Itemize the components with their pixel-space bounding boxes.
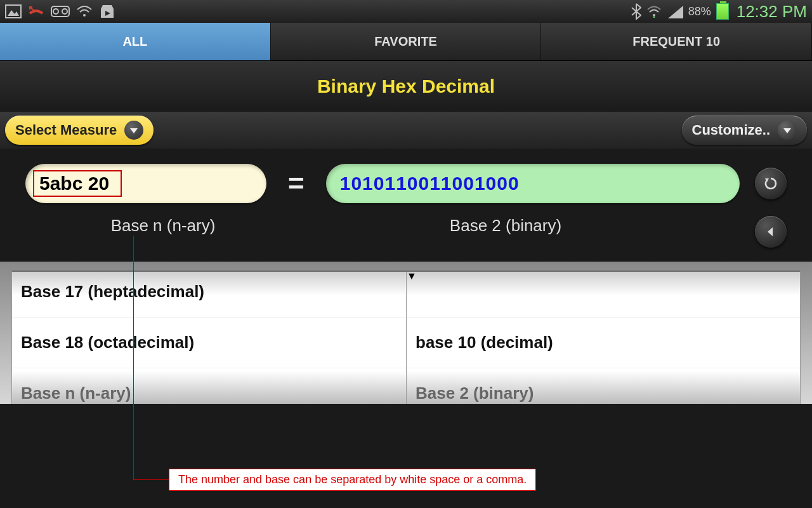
output-base-label: Base 2 (binary) — [301, 216, 755, 248]
back-button[interactable] — [755, 216, 787, 248]
customize-label: Customize.. — [692, 122, 770, 138]
labels-row: Base n (n-ary) Base 2 (binary) — [0, 210, 812, 262]
svg-marker-11 — [668, 6, 683, 18]
conversion-row: 5abc 20 = 1010110011001000 — [0, 149, 812, 210]
list-item[interactable]: base 10 (decimal) — [407, 318, 800, 368]
signal-icon — [667, 4, 683, 18]
list-item[interactable]: Base 18 (octadecimal) — [12, 318, 406, 368]
status-left — [5, 4, 115, 19]
list-item[interactable]: Base 17 (heptadecimal) — [12, 271, 406, 318]
status-right: 88% 12:32 PM — [631, 2, 807, 22]
triangle-down-icon: ▼ — [407, 271, 417, 282]
tab-bar: ALL FAVORITE FREQUENT 10 — [0, 23, 812, 61]
svg-rect-3 — [51, 6, 69, 17]
tab-frequent[interactable]: FREQUENT 10 — [541, 23, 812, 60]
list-item[interactable]: ▼ — [407, 271, 800, 318]
refresh-icon — [764, 177, 778, 190]
picker-right-col[interactable]: ▼ base 10 (decimal) Base 2 (binary) — [406, 272, 800, 404]
callout-leader-vertical — [133, 236, 134, 479]
base-picker-area: Base 17 (heptadecimal) Base 18 (octadeci… — [0, 262, 812, 404]
missed-call-icon — [28, 4, 44, 18]
svg-marker-15 — [768, 227, 773, 236]
wifi-icon — [76, 4, 93, 18]
clock: 12:32 PM — [737, 2, 807, 22]
gallery-icon — [5, 4, 22, 18]
chevron-down-icon — [778, 121, 797, 140]
customize-button[interactable]: Customize.. — [682, 116, 807, 145]
chevron-left-icon — [765, 226, 776, 237]
chevron-down-icon — [124, 121, 143, 140]
svg-marker-12 — [130, 128, 138, 133]
equals-sign: = — [282, 168, 311, 199]
voicemail-icon — [51, 6, 70, 17]
page-title: Binary Hex Decimal — [317, 76, 495, 97]
page-title-row: Binary Hex Decimal — [0, 61, 812, 112]
svg-marker-13 — [783, 128, 791, 133]
input-value-box: 5abc 20 — [33, 170, 122, 197]
wifi-status-icon — [646, 5, 662, 18]
svg-marker-1 — [8, 10, 19, 16]
battery-percent: 88% — [688, 5, 711, 18]
select-measure-label: Select Measure — [15, 122, 117, 138]
callout-annotation: The number and base can be separated by … — [169, 469, 536, 491]
select-measure-button[interactable]: Select Measure — [5, 116, 154, 145]
base-picker: Base 17 (heptadecimal) Base 18 (octadeci… — [11, 271, 801, 404]
svg-point-4 — [53, 9, 58, 14]
input-field[interactable]: 5abc 20 — [25, 164, 266, 203]
controls-row: Select Measure Customize.. — [0, 112, 812, 149]
picker-left-col[interactable]: Base 17 (heptadecimal) Base 18 (octadeci… — [12, 272, 406, 404]
list-item[interactable]: Base n (n-ary) — [12, 368, 406, 404]
input-base-label: Base n (n-ary) — [25, 216, 301, 248]
input-value: 5abc 20 — [39, 173, 109, 194]
output-value: 1010110011001000 — [340, 173, 520, 194]
output-field[interactable]: 1010110011001000 — [326, 164, 740, 203]
refresh-button[interactable] — [755, 168, 787, 199]
tab-all[interactable]: ALL — [0, 23, 271, 60]
tab-favorite[interactable]: FAVORITE — [271, 23, 542, 60]
callout-leader-horizontal — [133, 479, 169, 480]
svg-point-6 — [83, 14, 86, 17]
battery-icon — [716, 3, 729, 20]
svg-point-5 — [62, 9, 67, 14]
list-item[interactable]: Base 2 (binary) — [407, 368, 800, 404]
status-bar: 88% 12:32 PM — [0, 0, 812, 23]
bluetooth-icon — [631, 3, 641, 20]
play-store-icon — [99, 4, 115, 19]
